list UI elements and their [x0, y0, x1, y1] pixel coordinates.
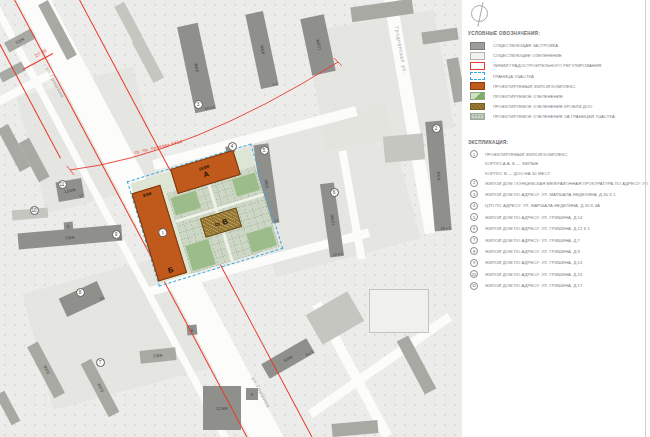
building: [0, 391, 20, 426]
explication-lines: ЖИЛОЙ ДОМ ПО АДРЕСУ: УЛ. МАРШАЛА НЕДЕЛИН…: [485, 190, 616, 198]
map-marker: 8: [76, 288, 85, 297]
explication-lines: ЖИЛОЙ ДОМ ПО АДРЕСУ: УЛ. ГРИШИНА, Д.14: [485, 213, 582, 221]
legend-item-label: СУЩЕСТВУЮЩАЯ ЗАСТРОЙКА: [493, 43, 558, 48]
explication-lines: ЦТП ПО АДРЕСУ: УЛ. МАРШАЛА НЕДЕЛИНА, Д.3…: [485, 202, 600, 210]
explication-line: ЖИЛОЙ ДОМ ПО АДРЕСУ: УЛ. ГРИШИНА, Д.15: [485, 272, 582, 277]
explication-item: 10ЖИЛОЙ ДОМ ПО АДРЕСУ: УЛ. ГРИШИНА, Д.15: [470, 270, 650, 278]
building: 12ЭЖ: [300, 14, 336, 76]
building-label: 5ЭЖ: [15, 36, 26, 45]
explication-item: 3ЖИЛОЙ ДОМ ПО АДРЕСУ: УЛ. МАРШАЛА НЕДЕЛИ…: [470, 190, 650, 198]
explication-item: 2ЖИЛОЙ ДОМ / КУНЦЕВСКАЯ МЕЖРАЙОННАЯ ПРОК…: [470, 179, 650, 187]
explication-lines: ПРОЕКТИРУЕМЫЙ ЖИЛОЙ КОМПЛЕКСКОРПУСА А, Б…: [485, 150, 567, 176]
building: [306, 291, 365, 344]
explication-line: ПРОЕКТИРУЕМЫЙ ЖИЛОЙ КОМПЛЕКС: [485, 152, 567, 157]
building-label: 12ЭЖ: [329, 214, 336, 226]
explication-lines: ЖИЛОЙ ДОМ ПО АДРЕСУ: УЛ. ГРИШИНА, Д.13: [485, 259, 582, 267]
north-arrow-circle: [471, 5, 488, 22]
legend-title: УСЛОВНЫЕ ОБОЗНАЧЕНИЯ:: [468, 31, 540, 36]
explication-item: 11ЖИЛОЙ ДОМ ПО АДРЕСУ: УЛ. ГРИШИНА, Д.17: [470, 282, 650, 290]
map-marker: 10: [30, 206, 39, 215]
building: [132, 37, 164, 83]
explication-lines: ЖИЛОЙ ДОМ ПО АДРЕСУ: УЛ. ГРИШИНА, Д.15: [485, 270, 582, 278]
building-address: 8 к.1: [305, 349, 314, 356]
building-label: 9ЭЖ: [193, 63, 200, 73]
legend-item: ПРОЕКТИРУЕМОЕ ОЗЕЛЕНЕНИЕ: [470, 92, 615, 100]
site-building-floors: 3Э: [214, 221, 221, 227]
legend-item: ПРОЕКТИРУЕМОЕ ОЗЕЛЕНЕНИЕ КРОВЛИ ДОО: [470, 103, 615, 111]
map-marker: 9: [112, 230, 121, 239]
building: К: [63, 221, 73, 231]
explication-lines: ЖИЛОЙ ДОМ ПО АДРЕСУ: УЛ. ГРИШИНА, Д.9: [485, 247, 580, 255]
explication-line: ЖИЛОЙ ДОМ ПО АДРЕСУ: УЛ. ГРИШИНА, Д.17: [485, 283, 582, 288]
explication-list: 1ПРОЕКТИРУЕМЫЙ ЖИЛОЙ КОМПЛЕКСКОРПУСА А, …: [470, 150, 650, 293]
building: [332, 420, 379, 437]
legend-list: СУЩЕСТВУЮЩАЯ ЗАСТРОЙКАСУЩЕСТВУЮЩЕЕ ОЗЕЛЕ…: [470, 42, 615, 123]
building-label: 9ЭЖ: [283, 353, 294, 362]
explication-line: ЦТП ПО АДРЕСУ: УЛ. МАРШАЛА НЕДЕЛИНА, Д.3…: [485, 203, 600, 208]
proj-roof-green-chip: [470, 103, 485, 111]
building: 9ЭЖк.1: [245, 11, 278, 89]
explication-line: ЖИЛОЙ ДОМ ПО АДРЕСУ: УЛ. МАРШАЛА НЕДЕЛИН…: [485, 192, 616, 197]
explication-line: ЖИЛОЙ ДОМ ПО АДРЕСУ: УЛ. ГРИШИНА, Д.14: [485, 215, 582, 220]
explication-number: 1: [470, 150, 478, 158]
explication-item: 6ЖИЛОЙ ДОМ ПО АДРЕСУ: УЛ. ГРИШИНА, Д.12 …: [470, 225, 650, 233]
explication-number: 10: [470, 270, 478, 278]
legend-item: СУЩЕСТВУЮЩАЯ ЗАСТРОЙКА: [470, 42, 615, 50]
site-building-code: А: [202, 169, 210, 179]
explication-item: 4ЦТП ПО АДРЕСУ: УЛ. МАРШАЛА НЕДЕЛИНА, Д.…: [470, 202, 650, 210]
building: [369, 289, 429, 333]
building: [0, 61, 26, 82]
explication-line: ЖИЛОЙ ДОМ ПО АДРЕСУ: УЛ. ГРИШИНА, Д.13: [485, 260, 582, 265]
explication-line: ЖИЛОЙ ДОМ / КУНЦЕВСКАЯ МЕЖРАЙОННАЯ ПРОКУ…: [485, 181, 650, 186]
building-label: 9ЭЖ: [435, 171, 441, 181]
explication-item: 1ПРОЕКТИРУЕМЫЙ ЖИЛОЙ КОМПЛЕКСКОРПУСА А, …: [470, 150, 650, 176]
explication-lines: ЖИЛОЙ ДОМ ПО АДРЕСУ: УЛ. ГРИШИНА, Д.7: [485, 236, 580, 244]
proj-green-outside-chip: [470, 113, 485, 121]
map-marker: 4: [228, 142, 237, 151]
proj-complex-chip: [470, 82, 485, 90]
building-address: 17: [79, 194, 84, 199]
explication-lines: ЖИЛОЙ ДОМ / КУНЦЕВСКАЯ МЕЖРАЙОННАЯ ПРОКУ…: [485, 179, 650, 187]
proj-green-chip: [470, 92, 485, 100]
building-address: 18 к.1: [440, 226, 450, 231]
map-marker: 2: [432, 124, 441, 133]
explication-line: ЖИЛОЙ ДОМ ПО АДРЕСУ: УЛ. ГРИШИНА, Д.7: [485, 238, 580, 243]
legend-item-label: ПРОЕКТИРУЕМОЕ ОЗЕЛЕНЕНИЕ ЗА ГРАНИЦЕЙ УЧА…: [493, 114, 615, 119]
building-label: 12ЭЖ: [216, 406, 228, 411]
reg-lines-chip: [470, 62, 485, 70]
building-address: к.1: [272, 82, 278, 87]
site-building-floors: 8ЭЖ: [142, 191, 152, 198]
legend-item-label: ГРАНИЦА УЧАСТКА: [493, 74, 534, 79]
building-label: 5ЭЖ: [65, 234, 75, 240]
explication-line: ЖИЛОЙ ДОМ ПО АДРЕСУ: УЛ. ГРИШИНА, Д.9: [485, 249, 580, 254]
explication-number: 8: [470, 247, 478, 255]
site-boundary-chip: [470, 72, 485, 80]
map-marker: 7: [96, 358, 105, 367]
explication-lines: ЖИЛОЙ ДОМ ПО АДРЕСУ: УЛ. ГРИШИНА, Д.17: [485, 282, 582, 290]
explication-line: КОРПУСА А, Б — ЖИЛЫЕ: [485, 161, 567, 166]
explication-line: КОРПУС В — ДОО НА 50 МЕСТ: [485, 171, 567, 176]
page-border-line: [645, 0, 646, 437]
legend-item: СУЩЕСТВУЮЩЕЕ ОЗЕЛЕНЕНИЕ: [470, 52, 615, 60]
building-label: К: [67, 223, 70, 228]
legend-item-label: ПРОЕКТИРУЕМЫЙ ЖИЛОЙ КОМПЛЕКС: [493, 84, 575, 89]
site-building-code: Б: [167, 265, 175, 275]
masterplan-drawing: 15ЭЖА8ЭЖБ3ЭВ1 5ЭЖ12ЭЖ175ЭЖ13115ЭЖ5ЭЖК9ЭЖ…: [0, 0, 650, 437]
map-marker: 6: [330, 188, 339, 197]
existing-green-chip: [470, 52, 485, 60]
building-label: К: [251, 392, 254, 397]
legend-item-label: СУЩЕСТВУЮЩЕЕ ОЗЕЛЕНЕНИЕ: [493, 53, 562, 58]
explication-number: 3: [470, 190, 478, 198]
explication-number: 5: [470, 213, 478, 221]
building-label: 5ЭЖ: [153, 352, 163, 358]
explication-number: 9: [470, 259, 478, 267]
explication-title: ЭКСПЛИКАЦИЯ:: [468, 140, 508, 145]
explication-number: 7: [470, 236, 478, 244]
explication-item: 8ЖИЛОЙ ДОМ ПО АДРЕСУ: УЛ. ГРИШИНА, Д.9: [470, 247, 650, 255]
explication-item: 7ЖИЛОЙ ДОМ ПО АДРЕСУ: УЛ. ГРИШИНА, Д.7: [470, 236, 650, 244]
building-label: 9ЭЖ: [259, 45, 266, 55]
map-marker: 11: [58, 180, 67, 189]
explication-number: 6: [470, 225, 478, 233]
explication-lines: ЖИЛОЙ ДОМ ПО АДРЕСУ: УЛ. ГРИШИНА, Д.12 К…: [485, 225, 590, 233]
building-label: 5ЭЖ: [42, 365, 51, 376]
